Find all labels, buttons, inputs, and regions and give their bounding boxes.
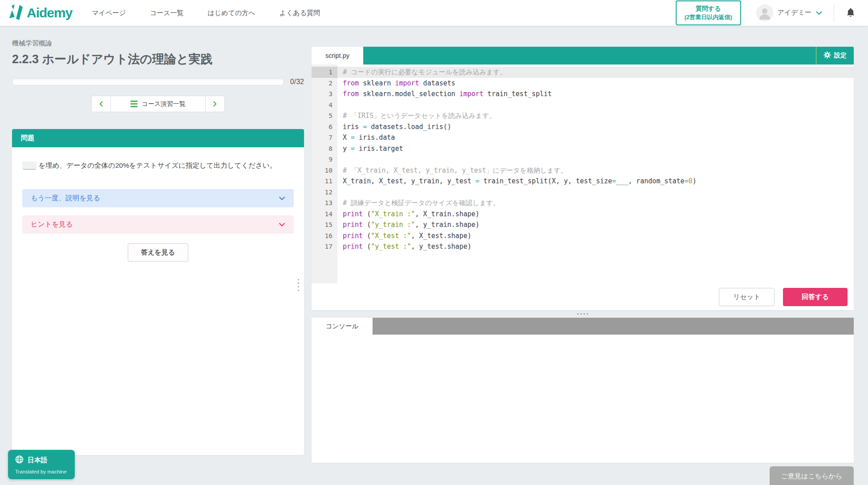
line-number: 10 bbox=[312, 165, 337, 176]
gear-icon bbox=[823, 51, 831, 60]
line-number: 4 bbox=[312, 100, 337, 111]
code-line[interactable]: print ("y_test :", y_test.shape) bbox=[337, 241, 854, 252]
line-number: 1 bbox=[312, 67, 337, 78]
avatar bbox=[756, 4, 773, 21]
language-label: 日本語 bbox=[28, 456, 48, 465]
line-number: 15 bbox=[312, 219, 337, 230]
topbar-divider bbox=[834, 4, 834, 22]
progress-row: 0/32 bbox=[12, 78, 304, 86]
line-number: 11 bbox=[312, 176, 337, 187]
answer-row: 答えを見る bbox=[12, 243, 304, 262]
nav-course-list[interactable]: コース一覧 bbox=[150, 9, 184, 17]
nav-mypage[interactable]: マイページ bbox=[92, 9, 126, 17]
user-name: アイデミー bbox=[778, 8, 811, 17]
question-blank: ___ bbox=[22, 162, 37, 170]
chevron-down-icon bbox=[279, 221, 285, 229]
aidemy-logo-icon bbox=[9, 4, 24, 22]
aidemy-logo-text: Aidemy bbox=[27, 5, 72, 20]
user-menu[interactable]: アイデミー bbox=[756, 4, 822, 21]
lesson-panel: 機械学習概論 2.2.3 ホールドアウト法の理論と実践 0/32 コース演習一覧… bbox=[12, 26, 304, 463]
code-editor-card: script.py bbox=[312, 47, 854, 310]
line-number: 16 bbox=[312, 230, 337, 242]
globe-icon bbox=[15, 455, 24, 465]
list-icon bbox=[130, 101, 138, 107]
next-exercise-button[interactable] bbox=[205, 96, 225, 112]
line-number: 14 bbox=[312, 209, 337, 220]
line-number: 9 bbox=[312, 154, 337, 165]
line-number: 2 bbox=[312, 78, 337, 89]
submit-answer-button[interactable]: 回答する bbox=[783, 288, 848, 306]
console-resize-handle[interactable] bbox=[312, 310, 854, 318]
code-line[interactable]: iris = datasets.load_iris() bbox=[337, 121, 854, 133]
language-badge[interactable]: 日本語 Translated by machine bbox=[8, 450, 75, 479]
progress-bar bbox=[12, 79, 284, 85]
show-hint-toggle[interactable]: ヒントを見る bbox=[22, 215, 294, 234]
code-line[interactable]: X = iris.data bbox=[337, 132, 854, 143]
topbar-right: 質問する (2営業日以内返信) アイデミー bbox=[676, 0, 856, 25]
ask-question-label: 質問する bbox=[685, 4, 732, 13]
show-answer-button[interactable]: 答えを見る bbox=[128, 243, 188, 262]
console-card: コンソール bbox=[312, 318, 854, 463]
course-exercise-list-button[interactable]: コース演習一覧 bbox=[111, 96, 205, 112]
panel-resize-handle[interactable] bbox=[295, 276, 301, 294]
line-number: 3 bbox=[312, 89, 337, 100]
translated-by-machine-label: Translated by machine bbox=[15, 469, 67, 474]
code-line[interactable]: X_train, X_test, y_train, y_test = train… bbox=[337, 176, 854, 187]
code-line[interactable]: # 訓練データと検証データのサイズを確認します。 bbox=[337, 198, 854, 209]
code-line[interactable]: # 「IRIS」というデータセットを読み込みます。 bbox=[337, 110, 854, 121]
nav-faq[interactable]: よくある質問 bbox=[280, 9, 320, 17]
question-header: 問題 bbox=[12, 129, 304, 147]
console-tabbar: コンソール bbox=[312, 318, 854, 335]
main-nav: マイページ コース一覧 はじめての方へ よくある質問 bbox=[92, 9, 320, 17]
editor-tabbar: script.py bbox=[312, 47, 854, 65]
question-body-text: を埋め、データの全体の20%をテストサイズに指定して出力してください。 bbox=[37, 162, 276, 169]
code-line[interactable] bbox=[337, 154, 854, 165]
code-area[interactable]: 1234567891011121314151617 # コードの実行に必要なモジ… bbox=[312, 65, 854, 283]
line-number-gutter: 1234567891011121314151617 bbox=[312, 65, 337, 283]
line-number: 5 bbox=[312, 110, 337, 121]
top-navbar: Aidemy マイページ コース一覧 はじめての方へ よくある質問 質問する (… bbox=[0, 0, 868, 26]
tab-script-py[interactable]: script.py bbox=[312, 47, 363, 65]
progress-label: 0/32 bbox=[290, 78, 304, 86]
feedback-button[interactable]: ご意見はこちらから bbox=[770, 466, 854, 485]
line-number: 12 bbox=[312, 187, 337, 198]
code-lines[interactable]: # コードの実行に必要なモジュールを読み込みます。from sklearn im… bbox=[337, 65, 854, 283]
ask-question-sublabel: (2営業日以内返信) bbox=[685, 13, 732, 22]
show-explanation-label: もう一度、説明を見る bbox=[31, 194, 100, 203]
code-line[interactable]: # 「X_train, X_test, y_train, y_test」にデータ… bbox=[337, 165, 854, 176]
line-number: 17 bbox=[312, 241, 337, 252]
prev-exercise-button[interactable] bbox=[91, 96, 111, 112]
code-line[interactable]: from sklearn import datasets bbox=[337, 78, 854, 89]
breadcrumb[interactable]: 機械学習概論 bbox=[12, 39, 304, 48]
line-number: 8 bbox=[312, 143, 337, 154]
course-exercise-list-label: コース演習一覧 bbox=[142, 100, 186, 108]
code-line[interactable]: print ("y_train :", y_train.shape) bbox=[337, 219, 854, 230]
code-line[interactable]: print ("X_train :", X_train.shape) bbox=[337, 209, 854, 220]
code-line[interactable] bbox=[337, 187, 854, 198]
ask-question-button[interactable]: 質問する (2営業日以内返信) bbox=[676, 0, 741, 25]
chevron-down-icon bbox=[279, 194, 285, 202]
settings-button[interactable]: 設定 bbox=[816, 47, 854, 65]
editor-panel: script.py bbox=[312, 26, 854, 463]
course-nav: コース演習一覧 bbox=[12, 96, 304, 112]
code-line[interactable]: # コードの実行に必要なモジュールを読み込みます。 bbox=[337, 67, 854, 78]
show-explanation-toggle[interactable]: もう一度、説明を見る bbox=[22, 189, 294, 207]
line-number: 13 bbox=[312, 198, 337, 209]
question-text: ___ を埋め、データの全体の20%をテストサイズに指定して出力してください。 bbox=[12, 147, 304, 184]
question-card: 問題 ___ を埋め、データの全体の20%をテストサイズに指定して出力してくださ… bbox=[12, 129, 304, 455]
code-line[interactable] bbox=[337, 100, 854, 111]
reset-button[interactable]: リセット bbox=[719, 288, 775, 306]
code-line[interactable]: print ("X_test :", X_test.shape) bbox=[337, 230, 854, 242]
nav-beginners[interactable]: はじめての方へ bbox=[207, 9, 255, 17]
show-hint-label: ヒントを見る bbox=[31, 220, 73, 229]
code-line[interactable]: from sklearn.model_selection import trai… bbox=[337, 89, 854, 100]
console-output bbox=[312, 335, 854, 463]
aidemy-logo[interactable]: Aidemy bbox=[9, 4, 72, 22]
main-content: 機械学習概論 2.2.3 ホールドアウト法の理論と実践 0/32 コース演習一覧… bbox=[0, 26, 868, 463]
code-line[interactable]: y = iris.target bbox=[337, 143, 854, 154]
settings-label: 設定 bbox=[834, 52, 847, 60]
editor-actions: リセット 回答する bbox=[312, 283, 854, 310]
chevron-down-icon bbox=[816, 9, 822, 17]
notification-bell-icon[interactable] bbox=[846, 8, 856, 18]
tab-console[interactable]: コンソール bbox=[312, 318, 373, 335]
